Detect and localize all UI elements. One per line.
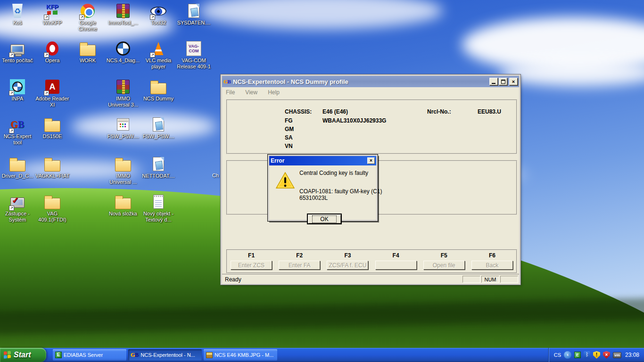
- shortcut-arrow-icon: ↗: [150, 15, 155, 20]
- desktop-icon[interactable]: A↗Adobe Reader XI: [35, 79, 70, 108]
- fkey-label-f4: F4: [393, 252, 399, 259]
- vmware-tray-icon[interactable]: vm: [613, 352, 621, 358]
- desktop-icon[interactable]: ✓↗Zástupce - Systém: [0, 194, 35, 223]
- desktop-icon[interactable]: ImmoTool_...: [106, 3, 140, 26]
- desktop-icon[interactable]: SYSDATEN....: [176, 3, 211, 26]
- close-icon: ×: [512, 79, 515, 84]
- desktop-icon[interactable]: NCS Dummy: [141, 79, 176, 102]
- enter-fa-button[interactable]: Enter FA: [279, 261, 320, 270]
- fkey-label-f5: F5: [441, 252, 447, 259]
- desktop-icon[interactable]: VAG 409.1(FTDI): [35, 194, 70, 223]
- chassis-label: CHASSIS:: [285, 108, 312, 115]
- desktop-icon[interactable]: ↗Google Chrome: [70, 3, 105, 32]
- desktop-icon[interactable]: ♻Koš: [0, 3, 35, 26]
- sa-label: SA: [285, 134, 293, 141]
- desktop-icon[interactable]: IMMO Universal ...: [106, 156, 140, 185]
- desktop-icon[interactable]: WORK: [70, 41, 105, 64]
- shortcut-arrow-icon: ↗: [44, 52, 49, 58]
- taskbar-task[interactable]: NCS E46 KMB.JPG - M...: [204, 349, 277, 361]
- desktop-icon[interactable]: GB↗NCS-Expert tool: [0, 116, 35, 146]
- desktop-icon[interactable]: ↗Tool32: [141, 3, 176, 26]
- desktop-icon-label: IMMO Universal ...: [106, 173, 140, 185]
- back-button[interactable]: Back: [471, 261, 513, 270]
- shortcut-arrow-icon: ↗: [9, 52, 14, 58]
- taskbar-task[interactable]: GBNCS-Expertentool - N...: [128, 349, 202, 361]
- menu-file[interactable]: File: [226, 89, 235, 96]
- folder-icon: [44, 198, 60, 209]
- desktop-icon-label: Koš: [0, 20, 35, 26]
- desktop-icon[interactable]: ↗Tento počítač: [0, 41, 35, 64]
- desktop-icon-label: Adobe Reader XI: [35, 96, 70, 108]
- security-error-shield-icon[interactable]: ×: [603, 351, 610, 359]
- ok-button-label: OK: [312, 215, 336, 223]
- nrcl-label: Nrcl-No.:: [427, 108, 451, 115]
- doc-icon: [153, 117, 164, 132]
- status-cell-empty-1: [462, 276, 480, 283]
- error-dialog-close-button[interactable]: ×: [367, 157, 375, 164]
- desktop-icon-label: VAG 409.1(FTDI): [35, 211, 70, 223]
- desktop-icon[interactable]: IMMO Universal 3...: [106, 79, 140, 108]
- desktop-icon[interactable]: ↗Opera: [35, 41, 70, 64]
- desktop-icon-label: FSW_PSW....: [141, 133, 176, 140]
- shortcut-arrow-icon: ↗: [44, 15, 49, 20]
- shortcut-arrow-icon: ↗: [79, 15, 84, 20]
- desktop-icon[interactable]: DS150E: [35, 116, 70, 140]
- enter-zcs-button[interactable]: Enter ZCS: [231, 261, 272, 270]
- language-indicator[interactable]: CS: [554, 352, 561, 358]
- menu-help[interactable]: Help: [268, 89, 280, 96]
- window-title: NCS-Expertentool - NCS Dummy profile: [233, 78, 489, 85]
- close-button[interactable]: ×: [509, 78, 518, 85]
- desktop-icon[interactable]: NETTODAT....: [141, 156, 176, 179]
- status-bar: Ready NUM: [222, 274, 519, 284]
- desktop-icon-label: VAG-COM Release 409-1: [176, 58, 211, 70]
- ediabas-icon: E: [55, 352, 62, 358]
- hide-icons-chevron-icon[interactable]: ‹: [564, 351, 571, 359]
- desktop-icon[interactable]: VAG-COMVAG-COM Release 409-1: [176, 41, 211, 70]
- function-key-panel: F1Enter ZCSF2Enter FAF3ZCS/FA f. ECUF4F5…: [226, 249, 517, 273]
- zcs-fa-f-ecu-button[interactable]: ZCS/FA f. ECU: [327, 261, 368, 270]
- desktop-icon[interactable]: Nová složka: [106, 194, 140, 217]
- folder-icon: [44, 160, 60, 172]
- folder-icon: [9, 160, 25, 172]
- security-warning-shield-icon[interactable]: !: [593, 351, 600, 359]
- ncs-app-icon: GB: [223, 78, 232, 85]
- shortcut-arrow-icon: ↗: [9, 128, 14, 133]
- error-message-line1: Central Coding key is faulty: [299, 170, 368, 176]
- desktop-icon-label: FSW_PSW....: [106, 133, 140, 140]
- taskbar-task-label: EDIABAS Server: [64, 352, 103, 358]
- desktop-icon[interactable]: Nový objekt - Textový d...: [141, 194, 176, 223]
- desktop-icon[interactable]: NCS.4_Diag...: [106, 41, 140, 64]
- taskbar-task[interactable]: EEDIABAS Server: [53, 349, 126, 361]
- desktop-icon[interactable]: FSW_PSW....: [141, 116, 176, 140]
- error-dialog-titlebar[interactable]: Error ×: [269, 156, 376, 165]
- menu-view[interactable]: View: [245, 89, 257, 96]
- desktop-icon[interactable]: Driver_D_C...: [0, 156, 35, 179]
- desktop-icon-label: IMMO Universal 3...: [106, 96, 140, 108]
- eye-icon: [150, 7, 166, 16]
- desktop-icon[interactable]: KFP↗WinKFP: [35, 3, 70, 26]
- maximize-button[interactable]: [499, 78, 507, 85]
- winfile-icon: [117, 118, 129, 131]
- error-dialog-body: Central Coding key is faulty COAPI-1081:…: [269, 165, 376, 219]
- empty-button[interactable]: [375, 261, 417, 270]
- bluetooth-icon[interactable]: ᛒ: [584, 351, 590, 359]
- desktop-icon-label: Zástupce - Systém: [0, 211, 35, 223]
- minimize-button[interactable]: [489, 78, 498, 85]
- start-button[interactable]: Start: [0, 348, 46, 362]
- ok-button[interactable]: OK: [307, 214, 342, 224]
- ediabas-tray-icon[interactable]: E: [574, 352, 581, 358]
- open-file-button[interactable]: Open file: [423, 261, 465, 270]
- status-cell-empty-2: [500, 276, 518, 283]
- ncs-window-titlebar[interactable]: GB NCS-Expertentool - NCS Dummy profile …: [222, 76, 519, 87]
- vagcom-icon: VAG-COM: [186, 41, 201, 56]
- folder-icon: [115, 160, 131, 172]
- gm-label: GM: [285, 126, 294, 132]
- desktop-icon[interactable]: VAGKKL+FIAT: [35, 156, 70, 179]
- desktop-icon[interactable]: ↗INPA: [0, 79, 35, 102]
- fkey-cell-f2: F2Enter FA: [275, 250, 323, 272]
- notepad-icon: [153, 195, 164, 209]
- desktop-icon[interactable]: FSW_PSW....: [106, 116, 140, 140]
- fkey-label-f2: F2: [296, 252, 303, 259]
- desktop-icon[interactable]: ↗VLC media player: [141, 41, 176, 70]
- desktop-icon-label: WORK: [70, 58, 105, 64]
